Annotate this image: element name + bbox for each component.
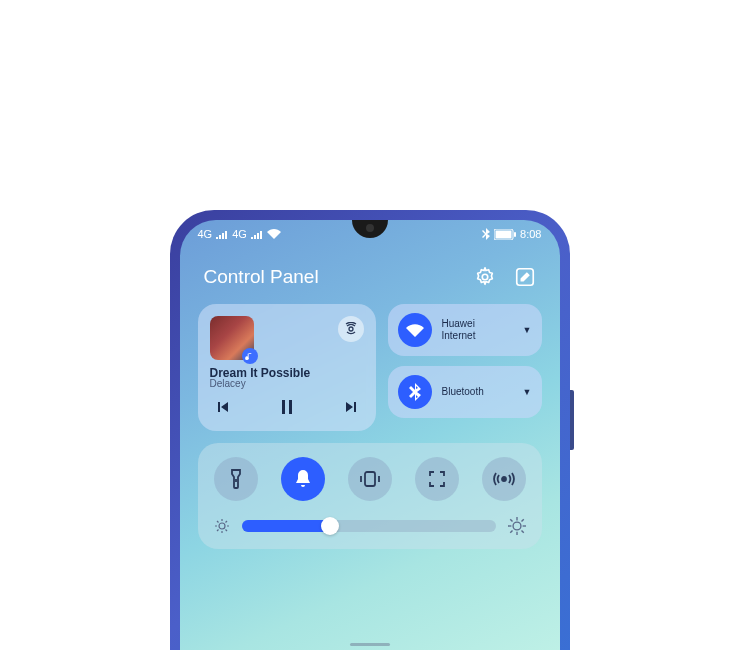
svg-point-3 — [482, 274, 488, 280]
flashlight-toggle[interactable] — [214, 457, 258, 501]
cast-icon — [344, 322, 358, 336]
battery-icon — [494, 229, 516, 240]
svg-rect-9 — [365, 472, 375, 486]
svg-line-20 — [217, 530, 219, 532]
pause-button[interactable] — [280, 399, 294, 419]
status-right: 8:08 — [482, 228, 541, 240]
next-icon — [344, 400, 358, 414]
brightness-low-icon — [214, 518, 230, 534]
wifi-expand-arrow[interactable]: ▼ — [523, 325, 532, 335]
edit-icon — [514, 266, 536, 288]
brightness-high-icon — [508, 517, 526, 535]
screenshot-icon — [427, 469, 447, 489]
svg-rect-6 — [282, 400, 285, 414]
svg-rect-7 — [289, 400, 292, 414]
previous-button[interactable] — [216, 400, 230, 418]
toggles-card — [198, 443, 542, 549]
wifi-status-icon — [267, 229, 281, 239]
next-button[interactable] — [344, 400, 358, 418]
settings-button[interactable] — [474, 266, 496, 288]
signal-label-2: 4G — [232, 228, 247, 240]
side-button — [570, 390, 574, 450]
header: Control Panel — [180, 244, 560, 304]
svg-line-28 — [521, 531, 523, 533]
flashlight-icon — [227, 468, 245, 490]
brightness-slider-thumb[interactable] — [321, 517, 339, 535]
bluetooth-status-icon — [482, 228, 490, 240]
page-title: Control Panel — [204, 266, 319, 288]
svg-line-27 — [510, 519, 512, 521]
vibrate-icon — [359, 470, 381, 488]
svg-line-19 — [225, 530, 227, 532]
previous-icon — [216, 400, 230, 414]
sound-toggle[interactable] — [281, 457, 325, 501]
wifi-label: Huawei Internet — [442, 318, 513, 342]
svg-line-18 — [217, 521, 219, 523]
screenshot-toggle[interactable] — [415, 457, 459, 501]
wifi-tile[interactable]: Huawei Internet ▼ — [388, 304, 542, 356]
status-left: 4G 4G — [198, 228, 281, 240]
svg-point-5 — [349, 327, 353, 331]
screen: 4G 4G 8:08 Control Panel — [180, 220, 560, 650]
wifi-icon-bg — [398, 313, 432, 347]
vibrate-toggle[interactable] — [348, 457, 392, 501]
music-card[interactable]: Dream It Possible Delacey — [198, 304, 376, 431]
svg-point-12 — [502, 477, 506, 481]
svg-point-22 — [513, 522, 521, 530]
edit-button[interactable] — [514, 266, 536, 288]
album-art — [210, 316, 254, 360]
phone-frame: 4G 4G 8:08 Control Panel — [170, 210, 570, 650]
signal-icon-2 — [251, 229, 263, 239]
bluetooth-expand-arrow[interactable]: ▼ — [523, 387, 532, 397]
music-app-badge — [242, 348, 258, 364]
brightness-slider-fill — [242, 520, 331, 532]
svg-line-29 — [510, 531, 512, 533]
pause-icon — [280, 399, 294, 415]
gear-icon — [474, 266, 496, 288]
wifi-icon — [406, 323, 424, 337]
bluetooth-icon-bg — [398, 375, 432, 409]
hotspot-toggle[interactable] — [482, 457, 526, 501]
svg-line-30 — [521, 519, 523, 521]
bluetooth-label: Bluetooth — [442, 386, 513, 398]
svg-rect-2 — [514, 232, 516, 237]
bluetooth-icon — [409, 383, 421, 401]
home-indicator[interactable] — [350, 643, 390, 646]
bell-icon — [293, 468, 313, 490]
svg-point-13 — [219, 523, 225, 529]
status-time: 8:08 — [520, 228, 541, 240]
brightness-slider[interactable] — [242, 520, 496, 532]
bluetooth-tile[interactable]: Bluetooth ▼ — [388, 366, 542, 418]
hotspot-icon — [493, 470, 515, 488]
svg-rect-1 — [496, 230, 512, 238]
signal-label: 4G — [198, 228, 213, 240]
signal-icon — [216, 229, 228, 239]
music-note-icon — [245, 352, 254, 361]
svg-line-21 — [225, 521, 227, 523]
cast-button[interactable] — [338, 316, 364, 342]
